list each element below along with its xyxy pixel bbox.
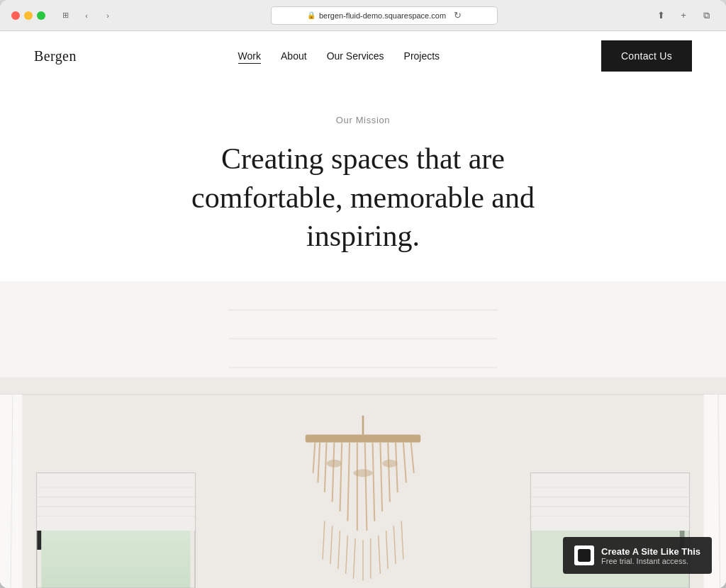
squarespace-banner-title: Create A Site Like This [601, 546, 700, 557]
squarespace-logo-icon [578, 549, 591, 562]
title-bar-actions: ⬆ + ⧉ [652, 9, 715, 22]
svg-rect-67 [531, 473, 689, 531]
mission-label: Our Mission [336, 115, 391, 125]
nav-link-services[interactable]: Our Services [327, 50, 384, 62]
address-bar: 🔒 bergen-fluid-demo.squarespace.com ↻ [122, 6, 647, 25]
site-navbar: Bergen Work About Our Services Projects … [0, 31, 726, 81]
new-tab-button[interactable]: + [675, 9, 692, 22]
close-button[interactable] [11, 11, 20, 20]
url-text: bergen-fluid-demo.squarespace.com [319, 11, 446, 20]
back-button[interactable]: ‹ [78, 9, 95, 22]
squarespace-logo [574, 545, 594, 565]
share-button[interactable]: ⬆ [652, 9, 669, 22]
hero-headline: Creating spaces that are comfortable, me… [150, 140, 576, 256]
nav-links: Work About Our Services Projects [238, 50, 440, 62]
sidebar-toggle-button[interactable]: ⊞ [57, 9, 74, 22]
hero-section: Our Mission Creating spaces that are com… [0, 81, 726, 281]
url-input[interactable]: 🔒 bergen-fluid-demo.squarespace.com ↻ [271, 6, 498, 25]
squarespace-banner-subtitle: Free trial. Instant access. [601, 557, 700, 565]
browser-content: Bergen Work About Our Services Projects … [0, 31, 726, 588]
nav-controls: ⊞ ‹ › [57, 9, 116, 22]
traffic-lights [11, 11, 45, 20]
lock-icon: 🔒 [307, 11, 315, 19]
svg-rect-33 [306, 434, 420, 442]
fullscreen-button[interactable] [37, 11, 45, 20]
nav-link-work[interactable]: Work [238, 50, 261, 62]
contact-us-button[interactable]: Contact Us [601, 40, 692, 72]
mac-window: ⊞ ‹ › 🔒 bergen-fluid-demo.squarespace.co… [0, 0, 726, 588]
title-bar: ⊞ ‹ › 🔒 bergen-fluid-demo.squarespace.co… [0, 0, 726, 31]
svg-point-49 [327, 460, 342, 468]
forward-button[interactable]: › [99, 9, 116, 22]
svg-point-51 [382, 460, 398, 468]
svg-rect-25 [37, 473, 195, 531]
reload-button[interactable]: ↻ [454, 10, 462, 21]
nav-link-projects[interactable]: Projects [404, 50, 440, 62]
squarespace-banner-text: Create A Site Like This Free trial. Inst… [601, 546, 700, 565]
site-logo[interactable]: Bergen [34, 48, 77, 64]
image-section: Create A Site Like This Free trial. Inst… [0, 281, 726, 588]
minimize-button[interactable] [24, 11, 33, 20]
nav-link-about[interactable]: About [281, 50, 307, 62]
squarespace-banner[interactable]: Create A Site Like This Free trial. Inst… [563, 537, 712, 574]
svg-point-50 [353, 469, 372, 477]
tabs-button[interactable]: ⧉ [698, 9, 715, 22]
